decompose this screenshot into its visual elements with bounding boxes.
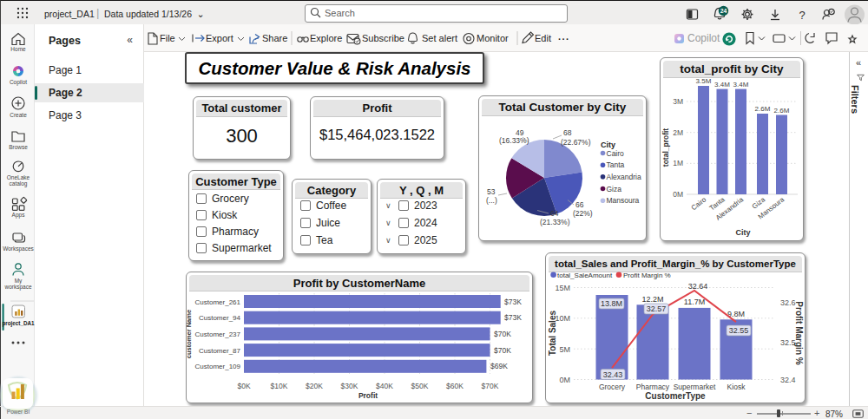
svg-text:1M: 1M — [673, 159, 683, 167]
svg-text:Power BI: Power BI — [7, 409, 30, 415]
svg-text:2M: 2M — [673, 128, 683, 137]
svg-text:2.6M: 2.6M — [755, 105, 771, 113]
svg-text:...: ... — [558, 31, 570, 42]
svg-text:10M: 10M — [555, 314, 570, 323]
svg-text:$30K: $30K — [341, 382, 358, 390]
svg-text:Customer_237: Customer_237 — [195, 331, 241, 338]
svg-text:$70K: $70K — [494, 330, 511, 338]
svg-text:3.4M: 3.4M — [733, 81, 749, 88]
svg-text:CustomerType: CustomerType — [645, 391, 706, 401]
svg-text:$0K: $0K — [237, 382, 250, 390]
svg-text:(...): (...) — [486, 196, 497, 205]
svg-text:3.5M: 3.5M — [696, 78, 712, 85]
svg-text:$69K: $69K — [490, 362, 508, 370]
svg-text:$50K: $50K — [411, 382, 429, 390]
svg-text:$70K: $70K — [494, 346, 511, 355]
svg-text:$73K: $73K — [504, 298, 522, 306]
svg-text:Mansoura: Mansoura — [607, 196, 640, 205]
svg-text:0M: 0M — [673, 190, 683, 199]
svg-text:Profit Margin %: Profit Margin % — [623, 272, 671, 279]
svg-text:53: 53 — [487, 187, 496, 196]
svg-text:(16.33%): (16.33%) — [499, 136, 529, 145]
svg-text:$73K: $73K — [504, 313, 522, 322]
svg-text:Cairo: Cairo — [607, 149, 625, 158]
svg-text:3M: 3M — [673, 97, 683, 106]
svg-text:Customer_261: Customer_261 — [195, 298, 241, 306]
svg-text:0M: 0M — [559, 376, 570, 384]
svg-text:?: ? — [799, 9, 805, 22]
svg-text:2.6M: 2.6M — [774, 107, 790, 115]
svg-text:32.55: 32.55 — [729, 326, 749, 335]
svg-text:(21.33%): (21.33%) — [540, 218, 570, 226]
svg-text:66: 66 — [575, 200, 584, 209]
svg-text:Alexandria: Alexandria — [607, 173, 641, 181]
svg-text:City: City — [601, 141, 615, 149]
svg-text:$40K: $40K — [376, 382, 393, 390]
svg-text:Copilot: Copilot — [687, 32, 720, 44]
svg-text:Customer_94: Customer_94 — [199, 314, 241, 322]
svg-text:$70K: $70K — [482, 382, 499, 390]
svg-text:File: File — [160, 33, 175, 43]
svg-text:Customer_109: Customer_109 — [195, 363, 241, 370]
svg-text:Cairo: Cairo — [690, 195, 708, 212]
svg-text:Kiosk: Kiosk — [727, 383, 746, 391]
svg-text:Customer_87: Customer_87 — [199, 347, 241, 355]
svg-text:32.43: 32.43 — [603, 370, 623, 379]
svg-text:Supermarket: Supermarket — [674, 383, 716, 391]
svg-text:68: 68 — [563, 128, 572, 137]
svg-text:32.6: 32.6 — [780, 298, 796, 307]
svg-text:customer Name: customer Name — [187, 310, 193, 358]
svg-text:$20K: $20K — [306, 382, 323, 390]
svg-text:13.8M: 13.8M — [601, 299, 622, 308]
svg-text:12.2M: 12.2M — [641, 295, 663, 304]
svg-text:15M: 15M — [555, 284, 570, 292]
svg-text:$10K: $10K — [271, 382, 288, 390]
svg-text:total_profit: total_profit — [661, 128, 670, 167]
svg-text:64: 64 — [550, 209, 559, 218]
svg-text:32.4: 32.4 — [780, 376, 796, 384]
svg-text:24: 24 — [720, 8, 727, 14]
svg-text:City: City — [735, 228, 750, 237]
svg-text:(22%): (22%) — [573, 209, 593, 218]
svg-text:$60K: $60K — [446, 382, 464, 390]
svg-text:(22.67%): (22.67%) — [561, 138, 591, 147]
svg-text:Total Sales: Total Sales — [548, 311, 557, 356]
svg-text:total_SaleAmount: total_SaleAmount — [557, 272, 613, 279]
svg-text:Subscribe: Subscribe — [362, 33, 404, 43]
svg-text:Edit: Edit — [535, 33, 551, 43]
svg-text:Export: Export — [206, 33, 233, 43]
svg-text:Tanta: Tanta — [607, 160, 625, 169]
svg-text:5M: 5M — [559, 345, 570, 354]
svg-text:Monitor: Monitor — [477, 33, 509, 43]
svg-text:Profit: Profit — [358, 391, 378, 400]
svg-text:32.5: 32.5 — [780, 338, 796, 347]
svg-text:Pharmacy: Pharmacy — [636, 383, 670, 391]
svg-text:Explore: Explore — [310, 33, 342, 43]
svg-text:11.7M: 11.7M — [684, 298, 705, 306]
svg-text:32.64: 32.64 — [688, 282, 708, 291]
svg-text:32.57: 32.57 — [647, 304, 667, 313]
svg-text:49: 49 — [516, 128, 524, 137]
svg-text:Set alert: Set alert — [422, 33, 457, 43]
svg-text:Giza: Giza — [607, 185, 622, 193]
svg-text:Grocery: Grocery — [599, 383, 626, 391]
svg-text:Share: Share — [262, 33, 287, 43]
svg-text:3.4M: 3.4M — [714, 81, 730, 88]
svg-text:Profit Margin %: Profit Margin % — [794, 301, 804, 364]
